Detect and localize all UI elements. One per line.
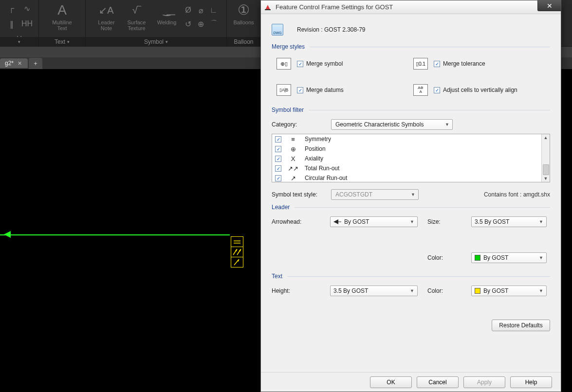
adjust-cells-icon: A⊕A: [413, 84, 428, 96]
ribbon-panel-0: ┌ ∿ ‖ HН H ▾: [0, 0, 39, 47]
select-value: 3.5 By GOST: [475, 218, 509, 225]
dwg-icon: DWG: [272, 24, 283, 36]
merge-symbol-checkbox[interactable]: ✓ Merge symbol: [297, 60, 343, 67]
ribbon-glyph[interactable]: HН: [21, 18, 34, 30]
symbol-style-select[interactable]: ACGOSTGDT ▼: [331, 189, 419, 200]
symbol-style-label: Symbol text style:: [272, 191, 324, 198]
category-select[interactable]: Geometric Characteristic Symbols ▼: [331, 119, 453, 130]
ribbon-glyph[interactable]: ⌒: [207, 18, 220, 30]
symbol-list[interactable]: ✓≡Symmetry✓⊕Position✓XAxiality✓↗↗Total R…: [272, 134, 550, 182]
close-button[interactable]: ✕: [537, 0, 561, 11]
ribbon-glyph[interactable]: Ø: [182, 4, 195, 17]
feature-control-frame[interactable]: [231, 236, 243, 267]
restore-defaults-button[interactable]: Restore Defaults: [492, 320, 550, 331]
list-item-checkbox[interactable]: ✓: [275, 175, 281, 181]
plus-icon: ＋: [33, 59, 38, 68]
balloon-icon: ①: [238, 3, 250, 19]
fcf-cell: [231, 247, 243, 257]
fcf-cell: [231, 257, 243, 267]
ribbon-panel-symbol: ↙A Leader Note √‾ Surface Texture ‿͟ Wel…: [86, 0, 227, 47]
list-item-label: Total Run-out: [305, 165, 339, 172]
document-tab-label: g2*: [5, 60, 14, 67]
fcf-cell: [231, 236, 243, 247]
scrollbar[interactable]: ▲ ▼: [541, 134, 550, 182]
group-symbol-filter: Symbol filter: [272, 107, 550, 113]
list-item-label: Circular Run-out: [305, 175, 347, 181]
surface-texture-button[interactable]: √‾ Surface Texture: [122, 2, 152, 31]
list-item-label: Position: [305, 145, 326, 152]
leader-color-select[interactable]: By GOST ▼: [471, 252, 547, 263]
scroll-down-icon[interactable]: ▼: [544, 176, 548, 181]
text-color-select[interactable]: By GOST ▼: [471, 285, 547, 296]
scrollbar-thumb[interactable]: [543, 164, 549, 175]
ribbon-glyph[interactable]: ↺: [182, 18, 195, 30]
size-label: Size:: [427, 218, 471, 225]
list-item[interactable]: ✓XAxiality: [272, 154, 541, 163]
list-item[interactable]: ✓↗Circular Run-out: [272, 173, 541, 183]
chevron-down-icon: ▼: [539, 219, 543, 224]
leader-color-label: Color:: [427, 254, 471, 261]
ribbon-glyph[interactable]: ∟: [207, 4, 220, 17]
welding-button[interactable]: ‿͟ Welding: [152, 2, 182, 31]
category-label: Category:: [272, 121, 324, 128]
leader-size-select[interactable]: 3.5 By GOST ▼: [471, 216, 547, 227]
height-label: Height:: [272, 287, 330, 294]
checkbox-label: Merge datums: [306, 87, 344, 93]
ribbon-glyph[interactable]: ⌀: [195, 4, 207, 17]
balloons-button[interactable]: ① Balloons: [229, 2, 259, 25]
ribbon-panel-text: A Multiline Text Text▾: [39, 0, 86, 47]
ribbon-glyph[interactable]: ⊕: [195, 18, 207, 30]
svg-rect-7: [265, 9, 271, 10]
svg-marker-6: [265, 5, 270, 10]
checkbox-label: Merge symbol: [306, 60, 343, 67]
list-item[interactable]: ✓⊕Position: [272, 144, 541, 154]
chevron-down-icon: ▼: [410, 288, 414, 293]
document-tab[interactable]: g2* ✕: [0, 58, 28, 68]
dialog-title: Feature Control Frame Settings for GOST: [276, 3, 393, 11]
select-value: Geometric Characteristic Symbols: [335, 121, 424, 128]
ribbon-glyph[interactable]: ┌: [5, 2, 18, 15]
chevron-down-icon: ▼: [411, 192, 415, 197]
close-icon: ✕: [547, 2, 553, 10]
close-icon[interactable]: ✕: [18, 60, 22, 67]
list-item-checkbox[interactable]: ✓: [275, 136, 281, 143]
dialog-titlebar[interactable]: Feature Control Frame Settings for GOST …: [261, 0, 561, 14]
merge-tolerance-icon: ▯0.1: [413, 58, 428, 70]
text-height-select[interactable]: 3.5 By GOST ▼: [330, 285, 418, 296]
multiline-text-button[interactable]: A Multiline Text: [47, 2, 77, 31]
symbol-glyph: ≡: [286, 136, 300, 143]
app-icon: [264, 3, 272, 11]
fcf-settings-dialog: Feature Control Frame Settings for GOST …: [260, 0, 561, 392]
ok-button[interactable]: OK: [370, 376, 412, 388]
help-button[interactable]: Help: [510, 376, 552, 388]
checkbox-label: Merge tolerance: [443, 60, 485, 67]
ribbon-glyph[interactable]: ∿: [21, 2, 34, 15]
select-value: 3.5 By GOST: [333, 287, 368, 294]
scroll-up-icon[interactable]: ▲: [544, 135, 548, 140]
merge-datums-checkbox[interactable]: ✓ Merge datums: [297, 87, 344, 93]
new-tab-button[interactable]: ＋: [29, 58, 42, 69]
arrowhead-label: Arrowhead:: [272, 218, 330, 225]
apply-button[interactable]: Apply: [463, 376, 505, 388]
ribbon-glyph[interactable]: ‖: [5, 18, 18, 30]
leader-icon: ↙A: [99, 3, 113, 19]
panel-title: Symbol: [144, 38, 164, 45]
list-item-checkbox[interactable]: ✓: [275, 146, 281, 152]
list-item[interactable]: ✓↗↗Total Run-out: [272, 163, 541, 173]
merge-tolerance-checkbox[interactable]: ✓ Merge tolerance: [434, 60, 485, 67]
arrowhead-select[interactable]: By GOST ▼: [330, 216, 418, 227]
panel-title: Text: [55, 38, 65, 45]
group-merge-styles: Merge styles: [272, 43, 550, 50]
symbol-glyph: X: [286, 155, 300, 162]
group-leader: Leader: [272, 204, 550, 211]
list-item-checkbox[interactable]: ✓: [275, 156, 281, 162]
cancel-button[interactable]: Cancel: [417, 376, 459, 388]
chevron-down-icon: ▼: [539, 288, 543, 293]
list-item[interactable]: ✓≡Symmetry: [272, 134, 541, 144]
arrowhead-icon: [333, 219, 341, 225]
adjust-cells-checkbox[interactable]: ✓ Adjust cells to vertically align: [434, 87, 517, 93]
weld-icon: ‿͟: [163, 3, 171, 19]
leader-note-button[interactable]: ↙A Leader Note: [92, 2, 122, 31]
list-item-checkbox[interactable]: ✓: [275, 165, 281, 172]
panel-title: Balloon: [234, 38, 253, 45]
